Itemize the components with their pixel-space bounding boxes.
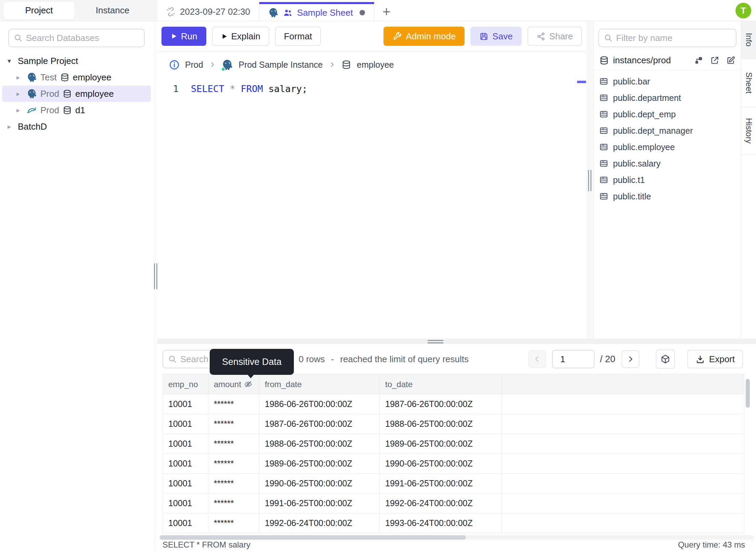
cell-emp-no[interactable]: 10001 <box>163 414 208 434</box>
cell-from-date[interactable]: 1987-06-26T00:00:00Z <box>259 414 380 434</box>
vertical-scrollbar[interactable] <box>746 379 750 408</box>
cell-from-date[interactable]: 1992-06-24T00:00:00Z <box>259 513 380 533</box>
cell-emp-no[interactable]: 10001 <box>163 513 208 533</box>
table-row[interactable]: 10001******1990-06-25T00:00:00Z1991-06-2… <box>163 474 744 494</box>
cell-amount-masked[interactable]: ****** <box>208 513 259 533</box>
tree-project-sample[interactable]: ▾ Sample Project <box>2 53 151 69</box>
horizontal-scrollbar[interactable] <box>159 535 754 540</box>
info-icon[interactable] <box>169 60 180 70</box>
column-header-emp-no[interactable]: emp_no <box>163 374 208 394</box>
run-button[interactable]: Run <box>161 27 206 46</box>
table-row[interactable]: 10001******1989-06-25T00:00:00Z1990-06-2… <box>163 454 744 474</box>
table-list-item[interactable]: public.dept_manager <box>594 122 741 139</box>
tree-db-test-employee[interactable]: ▸ Test employee <box>2 69 151 86</box>
prev-page-button[interactable] <box>528 350 546 368</box>
page-number-input[interactable] <box>552 350 595 368</box>
cell-amount-masked[interactable]: ****** <box>208 494 259 513</box>
avatar[interactable]: T <box>735 3 751 18</box>
table-icon <box>599 93 608 102</box>
caret-right-icon[interactable]: ▸ <box>8 122 14 131</box>
cell-to-date[interactable]: 1987-06-26T00:00:00Z <box>380 394 502 414</box>
cell-emp-no[interactable]: 10001 <box>163 394 208 414</box>
cell-amount-masked[interactable]: ****** <box>208 394 259 414</box>
tree-label: BatchD <box>18 121 47 132</box>
table-list-item[interactable]: public.salary <box>594 155 741 172</box>
cell-amount-masked[interactable]: ****** <box>208 414 259 434</box>
cell-emp-no[interactable]: 10001 <box>163 494 208 513</box>
cell-to-date[interactable]: 1991-06-25T00:00:00Z <box>380 474 502 494</box>
caret-down-icon[interactable]: ▾ <box>8 57 14 65</box>
schema-diagram-icon[interactable] <box>694 56 703 65</box>
cell-from-date[interactable]: 1991-06-25T00:00:00Z <box>259 494 380 513</box>
admin-mode-button[interactable]: Admin mode <box>383 27 465 46</box>
new-tab-button[interactable]: + <box>374 2 399 21</box>
external-link-icon[interactable] <box>710 56 719 65</box>
explain-button[interactable]: Explain <box>212 27 269 46</box>
table-list-item[interactable]: public.bar <box>594 73 741 90</box>
column-header-from-date[interactable]: from_date <box>259 374 380 394</box>
search-icon <box>14 34 23 42</box>
table-row[interactable]: 10001******1986-06-26T00:00:00Z1987-06-2… <box>163 394 744 414</box>
cell-amount-masked[interactable]: ****** <box>208 474 259 494</box>
cell-to-date[interactable]: 1990-06-25T00:00:00Z <box>380 454 502 474</box>
cell-emp-no[interactable]: 10001 <box>163 474 208 494</box>
data-cube-button[interactable] <box>656 350 675 369</box>
right-panel-resize-splitter[interactable] <box>586 21 594 339</box>
results-resize-splitter[interactable] <box>157 339 756 344</box>
cell-to-date[interactable]: 1989-06-25T00:00:00Z <box>380 434 502 454</box>
splitter-handle[interactable] <box>588 170 591 191</box>
sidebar-resize-splitter[interactable] <box>153 21 157 552</box>
sql-editor[interactable]: 1 SELECT * FROM salary; <box>157 77 586 339</box>
side-tab-history[interactable]: History <box>741 107 756 155</box>
cell-emp-no[interactable]: 10001 <box>163 434 208 454</box>
cell-to-date[interactable]: 1993-06-24T00:00:00Z <box>380 513 502 533</box>
edit-icon[interactable] <box>726 56 735 65</box>
tree-db-prod-employee[interactable]: ▸ Prod employee <box>2 86 151 102</box>
side-tab-sheet[interactable]: Sheet <box>741 59 756 107</box>
format-button[interactable]: Format <box>275 27 321 46</box>
share-button[interactable]: Share <box>527 27 582 46</box>
cell-from-date[interactable]: 1990-06-25T00:00:00Z <box>259 474 380 494</box>
table-list-item[interactable]: public.employee <box>594 139 741 155</box>
cell-to-date[interactable]: 1988-06-25T00:00:00Z <box>380 414 502 434</box>
side-tab-info[interactable]: Info <box>741 21 756 59</box>
tab-project[interactable]: Project <box>3 2 75 19</box>
sheet-tab-history-query[interactable]: 2023-09-27 02:30 <box>157 2 259 21</box>
filter-by-name-input[interactable] <box>616 33 731 43</box>
next-page-button[interactable] <box>622 350 639 368</box>
breadcrumb-environment[interactable]: Prod <box>185 60 203 70</box>
cell-from-date[interactable]: 1986-06-26T00:00:00Z <box>259 394 380 414</box>
cell-amount-masked[interactable]: ****** <box>208 454 259 474</box>
save-button[interactable]: Save <box>470 27 521 46</box>
column-header-to-date[interactable]: to_date <box>380 374 502 394</box>
splitter-handle[interactable] <box>154 263 157 289</box>
table-list-item[interactable]: public.title <box>594 188 741 205</box>
caret-right-icon[interactable]: ▸ <box>16 106 23 114</box>
cell-from-date[interactable]: 1988-06-25T00:00:00Z <box>259 434 380 454</box>
breadcrumb-database[interactable]: employee <box>357 60 394 70</box>
cell-from-date[interactable]: 1989-06-25T00:00:00Z <box>259 454 380 474</box>
cell-to-date[interactable]: 1992-06-24T00:00:00Z <box>380 494 502 513</box>
search-databases-input[interactable] <box>26 33 141 43</box>
table-list-item[interactable]: public.t1 <box>594 172 741 188</box>
cell-amount-masked[interactable]: ****** <box>208 434 259 454</box>
table-list-item[interactable]: public.department <box>594 90 741 106</box>
tab-instance[interactable]: Instance <box>77 2 148 19</box>
executed-statement: SELECT * FROM salary <box>162 540 250 550</box>
cell-emp-no[interactable]: 10001 <box>163 454 208 474</box>
table-row[interactable]: 10001******1992-06-24T00:00:00Z1993-06-2… <box>163 513 744 533</box>
table-row[interactable]: 10001******1991-06-25T00:00:00Z1992-06-2… <box>163 494 744 513</box>
export-button[interactable]: Export <box>687 350 743 368</box>
tree-project-batchd[interactable]: ▸ BatchD <box>2 118 151 135</box>
tree-db-prod-d1[interactable]: ▸ Prod d1 <box>2 102 151 118</box>
sheet-tab-sample-sheet[interactable]: Sample Sheet <box>259 2 374 21</box>
table-row[interactable]: 10001******1988-06-25T00:00:00Z1989-06-2… <box>163 434 744 454</box>
splitter-handle[interactable] <box>428 340 443 343</box>
table-row[interactable]: 10001******1987-06-26T00:00:00Z1988-06-2… <box>163 414 744 434</box>
caret-right-icon[interactable]: ▸ <box>16 90 23 98</box>
table-list-item[interactable]: public.dept_emp <box>594 106 741 122</box>
caret-right-icon[interactable]: ▸ <box>16 73 23 81</box>
scrollbar-thumb[interactable] <box>160 535 466 540</box>
editor-minimap[interactable] <box>577 77 586 339</box>
breadcrumb-instance[interactable]: Prod Sample Instance <box>238 60 323 70</box>
